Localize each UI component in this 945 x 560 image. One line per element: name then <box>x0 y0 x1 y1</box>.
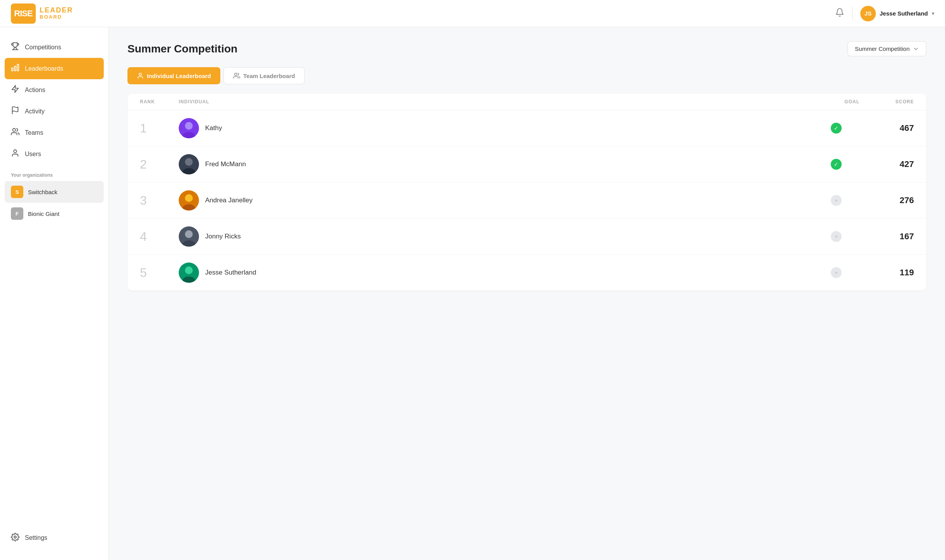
individual-cell-3: Andrea Janelley <box>179 190 813 210</box>
selector-chevron-icon <box>913 46 919 52</box>
org-item-switchback[interactable]: S Switchback <box>5 181 104 203</box>
page-header: Summer Competition Summer Competition <box>127 41 926 56</box>
rank-2: 2 <box>140 157 179 172</box>
avatar-kathy-img <box>179 118 199 138</box>
logo-title-text: LEADER <box>40 7 73 14</box>
avatar-fred <box>179 154 199 174</box>
competition-selector-label: Summer Competition <box>855 45 910 52</box>
tab-individual-leaderboard[interactable]: Individual Leaderboard <box>127 67 220 84</box>
table-row: 2 Fred McMann ✓ 427 <box>127 146 926 183</box>
svg-point-5 <box>13 129 16 131</box>
svg-rect-2 <box>12 68 13 71</box>
sidebar-item-activity[interactable]: Activity <box>0 101 108 122</box>
rank-3: 3 <box>140 193 179 208</box>
rank-4: 4 <box>140 230 179 244</box>
sidebar-item-settings[interactable]: Settings <box>11 533 98 543</box>
logo-box: RISE <box>11 3 36 24</box>
goal-empty-4: + <box>831 231 842 242</box>
sidebar-item-teams[interactable]: Teams <box>0 122 108 143</box>
org-label-switchback: Switchback <box>28 189 58 195</box>
bar-chart-icon <box>11 63 19 74</box>
sidebar-nav: Competitions Leaderboards <box>0 37 108 525</box>
settings-icon <box>11 533 19 543</box>
header-divider <box>852 7 853 21</box>
competition-selector-button[interactable]: Summer Competition <box>847 41 926 56</box>
activity-label: Activity <box>25 108 45 115</box>
avatar-fred-img <box>179 154 199 174</box>
score-2: 427 <box>860 159 914 169</box>
person-icon <box>11 149 19 159</box>
score-5: 119 <box>860 268 914 278</box>
col-score: SCORE <box>860 99 914 104</box>
goal-check-1: ✓ <box>831 123 842 134</box>
col-individual: INDIVIDUAL <box>179 99 813 104</box>
logo-sub-text: BOARD <box>40 14 73 20</box>
individual-tab-icon <box>137 72 144 79</box>
table-row: 3 Andrea Janelley + 276 <box>127 183 926 219</box>
user-menu-button[interactable]: JS Jesse Sutherland ▾ <box>860 6 934 21</box>
user-avatar: JS <box>860 6 876 21</box>
rank-5: 5 <box>140 266 179 280</box>
org-item-bionic-giant[interactable]: F Bionic Giant <box>0 203 108 224</box>
score-1: 467 <box>860 123 914 133</box>
team-tab-icon <box>233 72 240 79</box>
leaderboard-table: RANK INDIVIDUAL GOAL SCORE 1 Kathy <box>127 94 926 290</box>
flag-icon <box>11 106 19 117</box>
svg-point-9 <box>235 73 237 75</box>
svg-point-17 <box>185 194 193 202</box>
svg-marker-3 <box>12 85 19 92</box>
competitions-label: Competitions <box>25 44 61 51</box>
leaderboards-label: Leaderboards <box>25 65 63 72</box>
avatar-jonny <box>179 226 199 247</box>
sidebar-item-leaderboards[interactable]: Leaderboards <box>5 58 104 79</box>
name-andrea: Andrea Janelley <box>205 197 253 204</box>
sidebar-bottom: Settings <box>0 525 108 551</box>
bell-icon[interactable] <box>835 8 844 19</box>
sidebar-item-competitions[interactable]: Competitions <box>0 37 108 58</box>
individual-cell-4: Jonny Ricks <box>179 226 813 247</box>
individual-cell-5: Jesse Sutherland <box>179 263 813 283</box>
avatar-jesse-img <box>179 263 199 283</box>
name-kathy: Kathy <box>205 124 222 132</box>
users-icon <box>11 127 19 138</box>
individual-cell-1: Kathy <box>179 118 813 138</box>
logo-text: LEADER BOARD <box>40 7 73 20</box>
name-jonny: Jonny Ricks <box>205 233 241 240</box>
page-title: Summer Competition <box>127 43 237 55</box>
table-row: 1 Kathy ✓ 467 <box>127 110 926 146</box>
score-3: 276 <box>860 195 914 205</box>
avatar-jonny-img <box>179 226 199 247</box>
svg-point-14 <box>185 158 193 166</box>
svg-point-20 <box>185 230 193 238</box>
individual-cell-2: Fred McMann <box>179 154 813 174</box>
table-row: 4 Jonny Ricks + 167 <box>127 219 926 255</box>
svg-rect-0 <box>17 64 19 71</box>
org-label-bionic-giant: Bionic Giant <box>28 210 59 217</box>
leaderboard-tabs: Individual Leaderboard Team Leaderboard <box>127 67 926 84</box>
svg-point-6 <box>14 150 16 153</box>
goal-check-2: ✓ <box>831 159 842 170</box>
avatar-kathy <box>179 118 199 138</box>
svg-rect-1 <box>14 66 16 71</box>
tab-team-leaderboard[interactable]: Team Leaderboard <box>223 67 305 84</box>
table-header: RANK INDIVIDUAL GOAL SCORE <box>127 94 926 110</box>
svg-point-23 <box>185 266 193 274</box>
team-tab-label: Team Leaderboard <box>243 73 295 79</box>
svg-point-11 <box>185 122 193 130</box>
actions-label: Actions <box>25 87 45 94</box>
main-content: Summer Competition Summer Competition In… <box>109 27 945 560</box>
sidebar-item-actions[interactable]: Actions <box>0 79 108 101</box>
sidebar-item-users[interactable]: Users <box>0 143 108 165</box>
col-goal: GOAL <box>813 99 860 104</box>
avatar-andrea-img <box>179 190 199 210</box>
logo-rise-text: RISE <box>14 9 32 19</box>
score-4: 167 <box>860 231 914 242</box>
chevron-down-icon: ▾ <box>932 11 934 16</box>
individual-tab-label: Individual Leaderboard <box>147 73 211 79</box>
avatar-andrea <box>179 190 199 210</box>
header-right: JS Jesse Sutherland ▾ <box>835 6 934 21</box>
bolt-icon <box>11 85 19 95</box>
org-badge-bionic-giant: F <box>11 207 23 220</box>
goal-cell-1: ✓ <box>813 123 860 134</box>
goal-cell-2: ✓ <box>813 159 860 170</box>
